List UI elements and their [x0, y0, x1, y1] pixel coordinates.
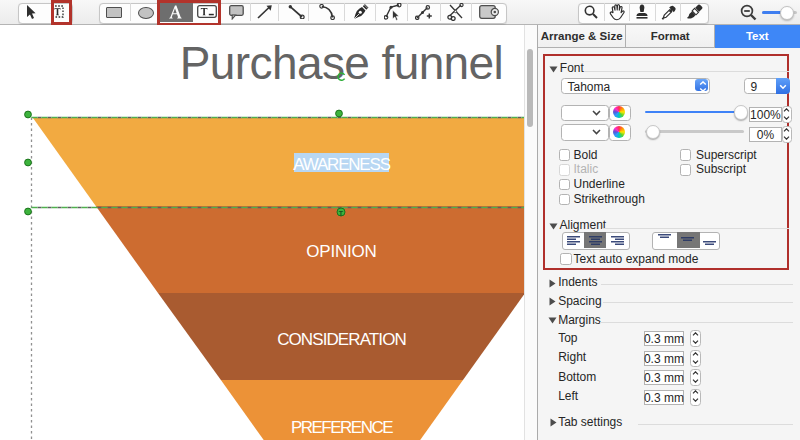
- svg-text:T: T: [339, 210, 344, 217]
